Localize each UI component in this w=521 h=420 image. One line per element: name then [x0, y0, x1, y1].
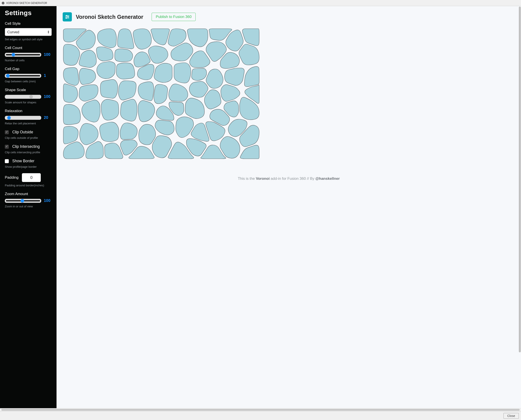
zoom-label: Zoom Amount	[5, 192, 52, 196]
shape-scale-help: Scale amount for shapes	[5, 101, 52, 104]
cell-style-help: Set edges or symbol cell style	[5, 38, 52, 41]
cell-gap-help: Gap between cells (mm)	[5, 80, 52, 83]
relaxation-label: Relaxation	[5, 109, 52, 113]
cell-count-slider[interactable]	[5, 53, 41, 57]
footer-text: This is the Voronoi add-in for Fusion 36…	[63, 163, 515, 185]
cell-count-label: Cell Count	[5, 46, 52, 50]
window-menu-icon[interactable]	[2, 2, 4, 4]
voronoi-cell	[152, 135, 172, 158]
voronoi-cell	[118, 29, 134, 49]
voronoi-cell	[190, 51, 210, 68]
dialog-button-bar: Close	[0, 411, 521, 420]
voronoi-cell	[63, 104, 80, 125]
sidebar-heading: Settings	[5, 9, 52, 17]
voronoi-cell	[225, 68, 244, 85]
publish-button[interactable]: Publish to Fusion 360	[152, 13, 196, 21]
clip-intersect-help: Clip cells intersecting profile	[5, 151, 52, 154]
voronoi-cell	[98, 29, 116, 48]
voronoi-cell	[79, 68, 96, 84]
cell-gap-value: 1	[44, 73, 52, 78]
show-border-help: Show profile/page border	[5, 165, 52, 168]
show-border-label: Show Border	[12, 159, 34, 163]
shape-scale-label: Shape Scale	[5, 88, 52, 92]
voronoi-cell	[169, 84, 188, 101]
cell-count-group: Cell Count 100 Number of cells	[5, 46, 52, 62]
cell-count-help: Number of cells	[5, 59, 52, 62]
settings-sidebar: Settings Cell Style Curved ▲▼ Set edges …	[0, 6, 56, 408]
clip-outside-help: Clip cells outside of profile	[5, 136, 52, 140]
voronoi-cell	[240, 145, 259, 159]
window-titlebar: VORONOI SKETCH GENERATOR	[0, 0, 521, 6]
zoom-slider[interactable]	[5, 199, 41, 203]
cell-gap-group: Cell Gap 1 Gap between cells (mm)	[5, 67, 52, 83]
cell-gap-slider[interactable]	[5, 74, 41, 78]
voronoi-cell	[151, 29, 169, 45]
voronoi-cell	[154, 84, 168, 104]
cell-style-label: Cell Style	[5, 22, 52, 26]
voronoi-cell	[101, 99, 119, 120]
voronoi-cell	[100, 122, 119, 142]
svg-point-3	[68, 16, 69, 17]
content-area: Settings Cell Style Curved ▲▼ Set edges …	[0, 6, 521, 408]
voronoi-cell	[244, 67, 259, 87]
voronoi-cell	[96, 47, 113, 61]
voronoi-cell	[63, 84, 77, 103]
voronoi-cell	[63, 126, 78, 144]
horizontal-scrollbar[interactable]	[0, 408, 521, 411]
main-panel: Voronoi Sketch Generator Publish to Fusi…	[56, 6, 521, 408]
voronoi-cell	[138, 100, 155, 122]
voronoi-preview-canvas[interactable]	[63, 28, 260, 159]
voronoi-cell	[189, 82, 208, 98]
voronoi-cell	[139, 124, 156, 145]
voronoi-svg	[63, 28, 260, 159]
voronoi-cell	[204, 90, 221, 109]
clip-intersect-group: Clip Intersecting Clip cells intersectin…	[5, 144, 52, 154]
voronoi-cell	[185, 98, 204, 119]
padding-label: Padding	[5, 175, 18, 180]
voronoi-cell	[79, 85, 98, 101]
padding-help: Padding around border(inches)	[5, 184, 52, 187]
padding-input[interactable]	[22, 173, 41, 182]
window-title: VORONOI SKETCH GENERATOR	[6, 1, 47, 5]
voronoi-cell	[80, 123, 98, 145]
padding-group: Padding Padding around border(inches)	[5, 173, 52, 187]
zoom-group: Zoom Amount 100 Zoom in or out of view	[5, 192, 52, 208]
voronoi-cell	[115, 49, 133, 62]
show-border-group: Show Border Show profile/page border	[5, 159, 52, 168]
voronoi-cell	[105, 143, 123, 159]
show-border-checkbox[interactable]	[5, 159, 9, 163]
voronoi-cell	[148, 46, 168, 63]
clip-intersect-checkbox[interactable]	[5, 145, 9, 149]
clip-outside-checkbox[interactable]	[5, 130, 9, 134]
voronoi-cell	[63, 142, 84, 159]
voronoi-cell	[221, 84, 240, 101]
shape-scale-slider[interactable]	[5, 95, 41, 99]
vertical-scrollbar[interactable]	[519, 6, 521, 408]
author-link[interactable]: @hanskellner	[315, 177, 340, 181]
voronoi-cell	[133, 29, 152, 49]
clip-intersect-label: Clip Intersecting	[12, 144, 40, 149]
cell-style-select[interactable]: Curved	[5, 28, 52, 36]
voronoi-cell	[120, 123, 137, 140]
voronoi-cell	[100, 80, 118, 98]
voronoi-cell	[82, 100, 100, 122]
voronoi-cell	[138, 82, 154, 101]
voronoi-cell	[154, 63, 172, 82]
relaxation-group: Relaxation 20 Relax the cell placement	[5, 109, 52, 125]
cell-count-value: 100	[44, 52, 52, 57]
voronoi-cell	[79, 50, 96, 68]
shape-scale-value: 100	[44, 94, 52, 99]
cell-style-group: Cell Style Curved ▲▼ Set edges or symbol…	[5, 22, 52, 41]
close-button[interactable]: Close	[504, 413, 519, 419]
zoom-help: Zoom in or out of view	[5, 205, 52, 208]
main-header: Voronoi Sketch Generator Publish to Fusi…	[63, 12, 515, 22]
voronoi-cell	[187, 29, 208, 47]
svg-point-1	[66, 15, 67, 16]
voronoi-cell	[242, 29, 259, 45]
voronoi-cell	[63, 44, 80, 66]
voronoi-cell	[176, 117, 193, 137]
cell-gap-label: Cell Gap	[5, 67, 52, 71]
relaxation-slider[interactable]	[5, 116, 41, 120]
voronoi-cell	[118, 81, 136, 100]
clip-outside-label: Clip Outside	[12, 130, 33, 135]
